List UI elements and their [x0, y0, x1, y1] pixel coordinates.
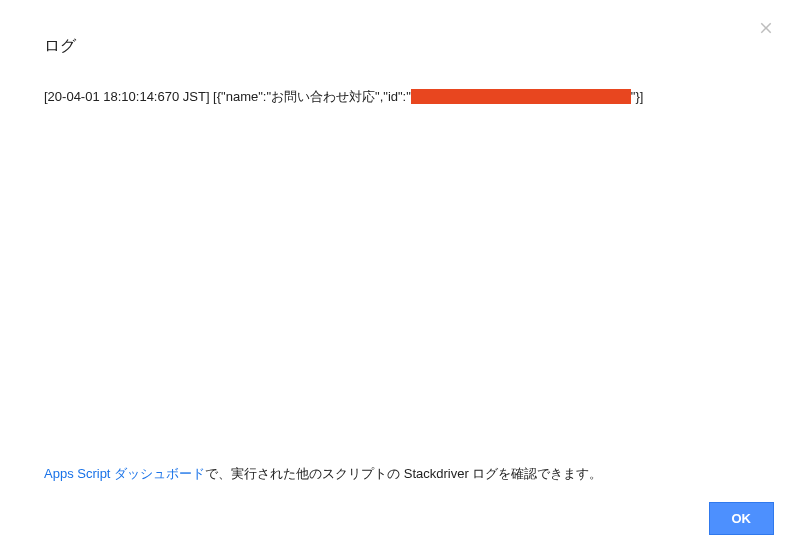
- dashboard-link[interactable]: Apps Script ダッシュボード: [44, 466, 205, 481]
- log-body: [20-04-01 18:10:14:670 JST] [{"name":"お問…: [44, 88, 756, 106]
- log-line: [20-04-01 18:10:14:670 JST] [{"name":"お問…: [44, 88, 756, 106]
- ok-button[interactable]: OK: [709, 502, 775, 535]
- redacted-id: [411, 89, 631, 104]
- dialog-title: ログ: [44, 36, 76, 57]
- footer-message: Apps Script ダッシュボードで、実行された他のスクリプトの Stack…: [44, 465, 756, 483]
- log-text-prefix: [20-04-01 18:10:14:670 JST] [{"name":"お問…: [44, 89, 411, 104]
- log-dialog: ログ [20-04-01 18:10:14:670 JST] [{"name":…: [0, 0, 800, 553]
- close-button[interactable]: [756, 20, 776, 40]
- log-text-suffix: "}]: [631, 89, 644, 104]
- footer-rest: で、実行された他のスクリプトの Stackdriver ログを確認できます。: [205, 466, 602, 481]
- close-icon: [757, 19, 775, 41]
